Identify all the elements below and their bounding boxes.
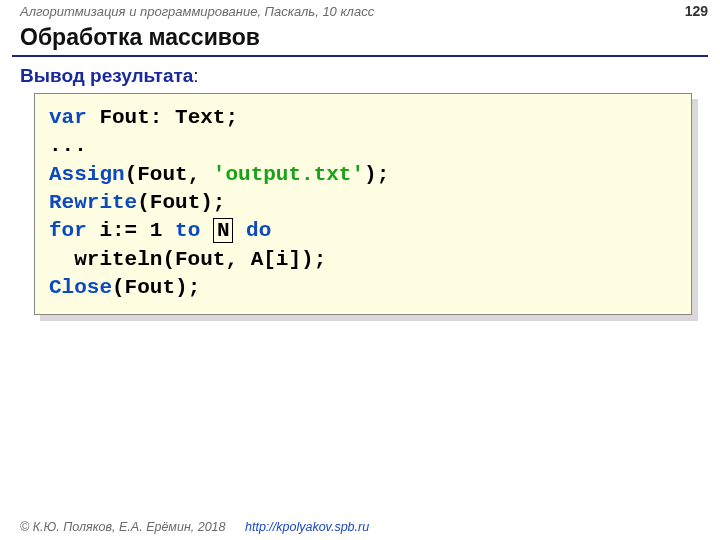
code-block: var Fout: Text; ... Assign(Fout, 'output… xyxy=(34,93,692,315)
code-text: (Fout); xyxy=(137,191,225,214)
code-text: (Fout); xyxy=(112,276,200,299)
code-text: ... xyxy=(49,134,87,157)
code-line: Assign(Fout, 'output.txt'); xyxy=(49,161,677,189)
code-text: ); xyxy=(364,163,389,186)
code-text: writeln(Fout, A[i]); xyxy=(49,248,326,271)
code-line: writeln(Fout, A[i]); xyxy=(49,246,677,274)
course-label: Алгоритмизация и программирование, Паска… xyxy=(20,4,374,19)
page-title: Обработка массивов xyxy=(0,22,720,55)
code-container: var Fout: Text; ... Assign(Fout, 'output… xyxy=(34,93,692,315)
code-line: ... xyxy=(49,132,677,160)
code-text: 1 xyxy=(137,219,175,242)
code-text xyxy=(200,219,213,242)
code-line: Rewrite(Fout); xyxy=(49,189,677,217)
code-line: for i:= 1 to N do xyxy=(49,217,677,245)
keyword-rewrite: Rewrite xyxy=(49,191,137,214)
subtitle-colon: : xyxy=(193,65,198,86)
keyword-assign: Assign xyxy=(49,163,125,186)
subtitle-text: Вывод результата xyxy=(20,65,193,86)
code-text xyxy=(233,219,246,242)
keyword-do: do xyxy=(246,219,271,242)
footer: © К.Ю. Поляков, Е.А. Ерёмин, 2018 http:/… xyxy=(0,516,720,540)
code-text: i:= xyxy=(87,219,137,242)
copyright-text: © К.Ю. Поляков, Е.А. Ерёмин, 2018 xyxy=(20,520,226,534)
code-text: Fout: Text; xyxy=(87,106,238,129)
keyword-var: var xyxy=(49,106,87,129)
string-literal: 'output.txt' xyxy=(213,163,364,186)
page-number: 129 xyxy=(685,3,708,19)
highlight-box-N: N xyxy=(213,218,234,243)
title-underline xyxy=(12,55,708,57)
header-bar: Алгоритмизация и программирование, Паска… xyxy=(0,0,720,22)
footer-url: http://kpolyakov.spb.ru xyxy=(245,520,369,534)
section-subtitle: Вывод результата: xyxy=(0,63,720,93)
code-text: (Fout, xyxy=(125,163,213,186)
keyword-for: for xyxy=(49,219,87,242)
code-line: var Fout: Text; xyxy=(49,104,677,132)
code-line: Close(Fout); xyxy=(49,274,677,302)
keyword-to: to xyxy=(175,219,200,242)
keyword-close: Close xyxy=(49,276,112,299)
